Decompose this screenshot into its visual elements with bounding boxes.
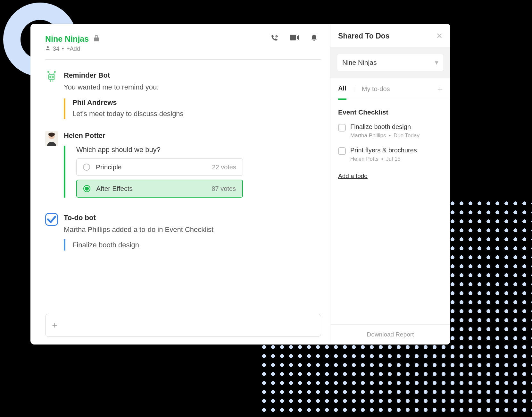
poll-option-principle[interactable]: Principle 22 votes — [76, 158, 243, 176]
member-count[interactable]: 34 — [53, 46, 59, 52]
todo-quote: Finalize booth design — [64, 239, 321, 251]
poll-option-label: Principle — [96, 163, 122, 171]
message-text: Martha Phillips added a to-do in Event C… — [64, 224, 321, 235]
dropdown-value: Nine Ninjas — [342, 59, 377, 66]
add-todo-link[interactable]: Add a todo — [338, 173, 368, 180]
sender-name: Reminder Bot — [64, 71, 321, 80]
plus-icon[interactable]: + — [52, 320, 58, 330]
poll-option-after-effects[interactable]: After Effects 87 votes — [76, 180, 243, 198]
header-divider — [45, 59, 321, 60]
header-actions — [270, 34, 321, 44]
panel-dropdown-section: Nine Ninjas ▾ — [330, 47, 450, 78]
poll-question: Which app should we buy? — [76, 146, 321, 154]
dot-separator: • — [381, 156, 383, 162]
panel-tabs: All | My to-dos + — [330, 78, 450, 100]
svg-point-4 — [52, 76, 54, 78]
message-todo-bot: To-do bot Martha Phillips added a to-do … — [45, 213, 321, 250]
chevron-down-icon: ▾ — [435, 59, 438, 66]
dot-separator: • — [389, 132, 391, 139]
reminder-bot-avatar — [45, 71, 58, 83]
bell-icon[interactable] — [310, 34, 318, 44]
todo-item[interactable]: Print flyers & brochures Helen Potts • J… — [338, 147, 443, 162]
svg-point-7 — [48, 71, 49, 72]
user-avatar — [45, 131, 58, 146]
todos-panel: Shared To Dos ✕ Nine Ninjas ▾ All | My t… — [330, 24, 450, 345]
video-call-icon[interactable] — [290, 34, 299, 44]
todo-title: Print flyers & brochures — [350, 147, 417, 154]
tab-all[interactable]: All — [338, 78, 346, 100]
add-member-link[interactable]: +Add — [66, 46, 80, 52]
message-reminder-bot: Reminder Bot You wanted me to remind you… — [45, 71, 321, 119]
reminder-quote: Phil Andrews Let's meet today to discuss… — [64, 98, 321, 119]
todo-due: Jul 15 — [386, 156, 400, 162]
message-body: Helen Potter Which app should we buy? Pr… — [64, 131, 321, 201]
todo-body: Finalize booth design Martha Phillips • … — [350, 123, 420, 139]
poll-votes: 87 votes — [212, 185, 236, 192]
channel-header: Nine Ninjas — [45, 34, 321, 44]
lock-icon — [93, 35, 100, 43]
message-poll: Helen Potter Which app should we buy? Pr… — [45, 131, 321, 201]
todo-meta: Helen Potts • Jul 15 — [350, 156, 417, 162]
todo-title: Finalize booth design — [350, 123, 420, 131]
radio-icon — [83, 185, 90, 192]
tab-divider: | — [353, 86, 355, 92]
channel-dropdown[interactable]: Nine Ninjas ▾ — [337, 54, 444, 71]
svg-point-8 — [54, 71, 55, 72]
poll-option-label: After Effects — [96, 185, 133, 192]
person-icon — [45, 46, 50, 52]
sender-name: To-do bot — [64, 214, 321, 222]
checkbox-icon[interactable] — [338, 147, 346, 155]
checkbox-icon[interactable] — [338, 124, 346, 132]
todo-list-title: Event Checklist — [338, 108, 443, 116]
sender-name: Helen Potter — [64, 132, 321, 140]
svg-point-1 — [47, 46, 49, 48]
app-window: Nine Ninjas 34 • +Add — [30, 24, 450, 345]
todo-meta: Martha Phillips • Due Today — [350, 132, 420, 139]
channel-name[interactable]: Nine Ninjas — [45, 34, 89, 44]
tab-my-todos[interactable]: My to-dos — [362, 79, 390, 99]
dot-separator: • — [62, 46, 64, 52]
message-body: Reminder Bot You wanted me to remind you… — [64, 71, 321, 119]
channel-sub-row: 34 • +Add — [45, 46, 321, 52]
svg-point-3 — [50, 76, 51, 78]
quote-text: Finalize booth design — [72, 239, 321, 251]
panel-header: Shared To Dos ✕ — [330, 24, 450, 47]
todo-item[interactable]: Finalize booth design Martha Phillips • … — [338, 123, 443, 139]
todo-owner: Martha Phillips — [350, 132, 386, 139]
todo-body: Print flyers & brochures Helen Potts • J… — [350, 147, 417, 162]
svg-rect-0 — [290, 35, 296, 40]
todo-owner: Helen Potts — [350, 156, 378, 162]
todo-list: Event Checklist Finalize booth design Ma… — [330, 100, 450, 188]
add-tab-icon[interactable]: + — [437, 84, 443, 94]
quote-author: Phil Andrews — [72, 98, 321, 107]
radio-icon — [83, 164, 90, 171]
close-icon[interactable]: ✕ — [436, 31, 443, 40]
todo-due: Due Today — [394, 132, 420, 139]
quote-text: Let's meet today to discuss designs — [72, 108, 321, 119]
panel-title: Shared To Dos — [338, 32, 390, 40]
message-text: You wanted me to remind you: — [64, 81, 321, 93]
poll-container: Which app should we buy? Principle 22 vo… — [64, 146, 321, 198]
message-body: To-do bot Martha Phillips added a to-do … — [64, 213, 321, 250]
todo-bot-avatar — [45, 213, 58, 226]
download-report-link[interactable]: Download Report — [330, 324, 450, 345]
main-column: Nine Ninjas 34 • +Add — [30, 24, 330, 345]
message-composer[interactable]: + — [45, 314, 321, 337]
audio-call-icon[interactable] — [270, 34, 279, 44]
poll-votes: 22 votes — [212, 164, 236, 171]
